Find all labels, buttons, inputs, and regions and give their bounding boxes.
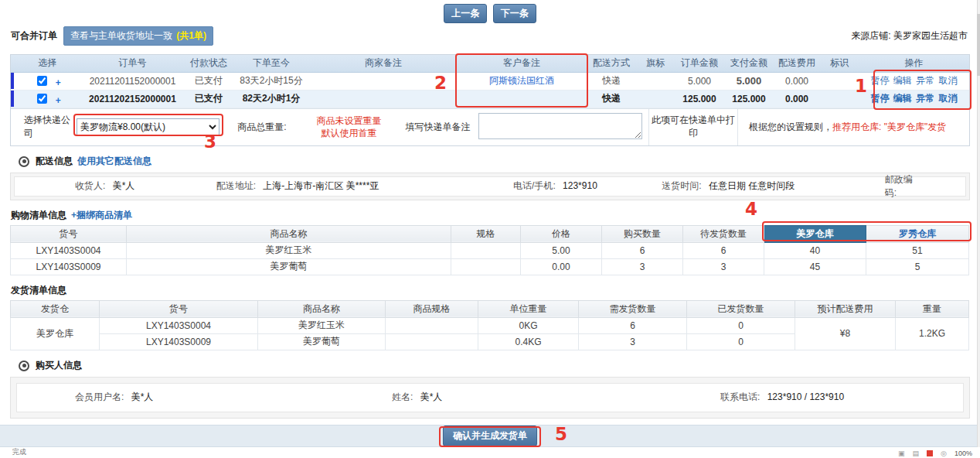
row1-edit-link[interactable]: 编辑 [893,75,912,86]
use-other-delivery-link[interactable]: 使用其它配送信息 [77,155,151,168]
bundle-list-link[interactable]: +捆绑商品清单 [71,209,132,222]
member-username-label: 会员用户名: [75,391,124,402]
source-shop: 来源店铺: 美罗家园生活超市 [851,29,968,43]
scrollbar-thumb[interactable] [977,14,980,76]
browser-status-bar: 完成 ▣ ▤ ◎ 100% [0,448,980,458]
row1-customer-note-link[interactable]: 阿斯顿法国红酒 [489,75,554,86]
row2-checkbox[interactable] [37,94,47,104]
source-shop-value: 美罗家园生活超市 [893,30,968,41]
purchase-header-pending: 待发货数量 [683,225,764,242]
row1-ops-cell: 暂停 编辑 异常 取消 [859,72,969,90]
receiver-value: 美*人 [113,180,135,191]
row2-delivery: 快递 [587,90,636,108]
purchase2-qty: 3 [602,258,683,275]
row1-expand-plus-icon[interactable]: + [56,77,61,88]
next-order-button[interactable]: 下一条 [493,4,536,23]
express-company-select-wrap: 美罗物流¥8.00(默认) [77,118,223,135]
order-row-2: + 20211202152000001 已支付 82天2小时1分 快递 125.… [11,90,969,108]
shipment-header-warehouse: 发货仓 [11,300,100,317]
delivery-section-header: 配送信息 使用其它配送信息 [11,156,969,168]
row2-edit-link[interactable]: 编辑 [893,93,912,104]
same-address-count: (共1单) [176,30,206,41]
shipment-table: 发货仓 货号 商品名称 商品规格 单位重量 需发货数量 已发货数量 预计配送费用… [10,300,969,350]
zip-field: 邮政编码: [885,173,965,200]
shipment1-need-qty: 6 [579,317,687,333]
contact-phone-field: 联系电话: 123*910 / 123*910 [720,391,844,404]
row2-ops-cell: 暂停 编辑 异常 取消 [859,90,969,108]
merge-orders-bar: 可合并订单 查看与主单收货地址一致 (共1单) 来源店铺: 美罗家园生活超市 [11,26,968,45]
receiver-label: 收货人: [75,180,105,191]
address-value: 上海-上海市-南汇区 美****亚 [263,180,379,191]
row2-order-amount: 125.000 [675,90,724,108]
row2-since: 82天2小时1分 [233,90,310,108]
purchase2-wh1-stock: 45 [764,258,866,275]
header-ops: 操作 [859,55,969,72]
purchase1-pending: 6 [683,242,764,258]
row1-pay-status: 已支付 [185,72,233,90]
shipment-est-fee: ¥8 [795,317,896,350]
row1-since: 83天2小时15分 [233,72,310,90]
row1-abnormal-link[interactable]: 异常 [916,75,934,86]
member-username-field: 会员用户名: 美*人 [17,391,392,404]
header-delivery-fee: 配送费用 [774,55,820,72]
view-same-address-label: 查看与主单收货地址一致 [70,30,172,41]
buyer-section-title: 购买人信息 [36,359,82,372]
phone-value: 123*910 [563,180,597,191]
row1-mark [820,72,859,90]
express-company-select[interactable]: 美罗物流¥8.00(默认) [77,118,219,135]
purchase-header-price: 价格 [521,225,602,242]
warehouse-tab-meiluo[interactable]: 美罗仓库 [764,225,866,242]
buyer-section-header: 购买人信息 [11,360,969,372]
warehouse-tab-luoxiu[interactable]: 罗秀仓库 [866,225,969,242]
purchase-header-name: 商品名称 [127,225,451,242]
row1-delivery-fee: 0.000 [774,72,820,90]
status-right-group: ▣ ▤ ◎ 100% [898,449,972,457]
orders-table: 选择 订单号 付款状态 下单至今 商家备注 客户备注 配送方式 旗标 订单金额 … [11,55,969,108]
row2-pay-status: 已支付 [185,90,233,108]
express-company-label: 选择快递公司 [11,114,77,140]
receiver-field: 收货人: 美*人 [15,179,216,193]
prev-order-button[interactable]: 上一条 [444,4,487,23]
confirm-generate-shipment-button[interactable]: 确认并生成发货单 [443,426,537,446]
phone-label: 电话/手机: [513,180,556,191]
shipment2-unit-weight: 0.4KG [478,333,579,350]
express-note-label: 填写快递单备注 [397,121,478,134]
row2-pause-link[interactable]: 暂停 [870,93,889,104]
row2-abnormal-link[interactable]: 异常 [916,93,934,104]
zip-label: 邮政编码: [885,174,913,198]
rule-hint-prefix: 根据您的设置规则， [749,121,832,134]
shipment-row-1: 美罗仓库 LXY1403S0004 美罗红玉米 0KG 6 0 ¥8 1.2KG [11,317,969,333]
row1-cancel-link[interactable]: 取消 [939,75,958,86]
delivery-info-row: 收货人: 美*人 配送地址: 上海-上海市-南汇区 美****亚 电话/手机: … [14,176,966,197]
row1-pause-link[interactable]: 暂停 [870,75,889,86]
row1-order-amount: 5.000 [675,72,724,90]
row2-flag [636,90,675,108]
mergeable-orders-label: 可合并订单 [11,29,57,43]
weight-warning-line2: 默认使用首重 [301,127,397,139]
status-left-text: 完成 [12,447,26,457]
buyer-info-row: 会员用户名: 美*人 姓名: 美*人 联系电话: 123*910 / 123*9… [16,383,964,412]
purchase1-price: 5.00 [521,242,602,258]
row2-cancel-link[interactable]: 取消 [939,93,958,104]
shipment-warehouse: 美罗仓库 [11,317,100,350]
buyer-name-value: 美*人 [420,391,443,402]
view-same-address-button[interactable]: 查看与主单收货地址一致 (共1单) [63,26,213,46]
shipment1-spec [386,317,478,333]
header-order-amount: 订单金额 [675,55,724,72]
row1-checkbox[interactable] [37,76,47,86]
purchase1-qty: 6 [602,242,683,258]
shipment2-spec [386,333,478,350]
row2-expand-plus-icon[interactable]: + [56,95,61,106]
top-nav-bar: 上一条 下一条 [0,0,980,22]
vertical-scrollbar[interactable] [977,0,980,447]
weight-warning: 商品未设置重量 默认使用首重 [301,114,397,139]
header-customer-note: 客户备注 [457,55,587,72]
delivery-time-field: 送货时间: 任意日期 任意时间段 [662,179,884,193]
status-window-icon: ▣ [898,449,905,457]
express-note-textarea[interactable] [478,113,642,139]
shipment-header-sku: 货号 [100,300,258,317]
row2-customer-note [457,90,587,108]
purchase-table: 货号 商品名称 规格 价格 购买数量 待发货数量 美罗仓库 罗秀仓库 LXY14… [10,225,969,275]
row1-merchant-note [310,72,457,90]
purchase1-wh2-stock: 51 [866,242,969,258]
